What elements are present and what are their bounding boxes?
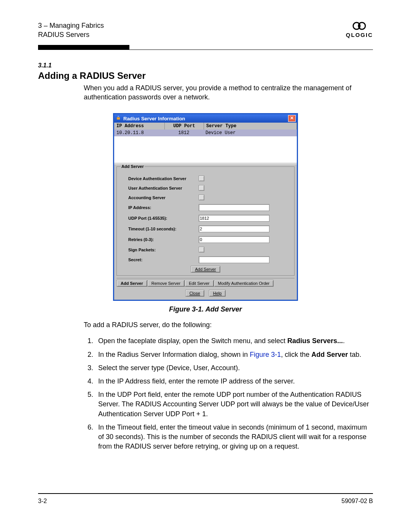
fieldset-legend: Add Server	[121, 164, 145, 169]
doc-number: 59097-02 B	[341, 498, 373, 505]
dialog-titlebar: Radius Server Information ✕	[114, 114, 297, 123]
input-secret[interactable]	[199, 256, 269, 263]
input-retries[interactable]	[199, 236, 269, 243]
figure-link[interactable]: Figure 3-1	[250, 351, 281, 358]
tab-remove-server[interactable]: Remove Server	[147, 280, 185, 287]
server-table-empty	[114, 136, 297, 163]
step-3: Select the server type (Device, User, Ac…	[95, 363, 373, 373]
label-retries: Retries (0-3):	[121, 237, 199, 242]
step-5: In the UDP Port field, enter the remote …	[95, 390, 373, 419]
dialog-tabbar: Add Server Remove Server Edit Server Mod…	[116, 278, 295, 287]
header-black-bar	[38, 45, 129, 50]
svg-rect-3	[117, 117, 120, 120]
row-port: 1812	[164, 129, 203, 136]
row-ip: 10.20.11.8	[114, 129, 164, 136]
step-4: In the IP Address field, enter the remot…	[95, 377, 373, 386]
label-device-auth: Device Authentication Server	[121, 176, 199, 181]
input-ip[interactable]	[199, 204, 269, 211]
brand-logo: QLOGIC	[346, 21, 373, 38]
page-footer: 3-2 59097-02 B	[38, 494, 373, 505]
checkbox-device-auth[interactable]	[199, 176, 204, 181]
col-port: UDP Port	[165, 123, 204, 129]
input-udp[interactable]	[199, 215, 269, 222]
label-secret: Secret:	[121, 257, 199, 262]
checkbox-accounting[interactable]	[199, 195, 204, 200]
col-type: Server Type	[204, 123, 297, 129]
help-button[interactable]: Help	[209, 290, 226, 297]
close-icon[interactable]: ✕	[288, 115, 296, 122]
col-ip: IP Address	[114, 123, 165, 129]
java-cup-icon	[116, 116, 121, 121]
chapter-line: 3 – Managing Fabrics	[38, 21, 104, 30]
section-number: 3.1.1	[38, 62, 373, 69]
checkbox-sign[interactable]	[199, 247, 204, 252]
tab-add-server[interactable]: Add Server	[116, 280, 147, 287]
section-intro: When you add a RADIUS server, you provid…	[84, 83, 373, 102]
server-table-header: IP Address UDP Port Server Type	[114, 123, 297, 129]
qlogic-icon	[350, 21, 368, 31]
section-heading: Adding a RADIUS Server	[38, 70, 373, 81]
header-rule	[38, 50, 373, 50]
figure-caption: Figure 3-1. Add Server	[38, 305, 373, 313]
label-sign: Sign Packets:	[121, 248, 199, 252]
tab-edit-server[interactable]: Edit Server	[185, 280, 213, 287]
add-server-fieldset: Add Server Device Authentication Server …	[116, 164, 295, 276]
subject-line: RADIUS Servers	[38, 30, 104, 39]
step-1: Open the faceplate display, open the Swi…	[95, 336, 373, 346]
label-timeout: Timeout (1-10 seconds):	[121, 227, 199, 231]
brand-name: QLOGIC	[346, 32, 373, 38]
label-user-auth: User Authentication Server	[121, 186, 199, 190]
input-timeout[interactable]	[199, 225, 269, 232]
close-button[interactable]: Close	[185, 290, 204, 297]
label-udp: UDP Port (1-65535):	[121, 216, 199, 220]
page-number: 3-2	[38, 498, 47, 505]
label-ip: IP Address:	[121, 205, 199, 210]
checkbox-user-auth[interactable]	[199, 185, 204, 191]
radius-dialog: Radius Server Information ✕ IP Address U…	[113, 113, 298, 301]
add-server-button[interactable]: Add Server	[191, 266, 220, 273]
step-6: In the Timeout field, enter the timeout …	[95, 423, 373, 452]
procedure-steps: Open the faceplate display, open the Swi…	[84, 336, 373, 451]
server-table-row[interactable]: 10.20.11.8 1812 Device User	[114, 129, 297, 136]
header-text: 3 – Managing Fabrics RADIUS Servers	[38, 21, 104, 40]
step-2: In the Radius Server Information dialog,…	[95, 350, 373, 359]
row-type: Device User	[203, 129, 297, 136]
tab-modify-auth-order[interactable]: Modify Authentication Order	[214, 280, 274, 287]
dialog-title: Radius Server Information	[123, 116, 185, 121]
procedure-intro: To add a RADIUS server, do the following…	[84, 320, 373, 329]
label-accounting: Accounting Server	[121, 195, 199, 200]
